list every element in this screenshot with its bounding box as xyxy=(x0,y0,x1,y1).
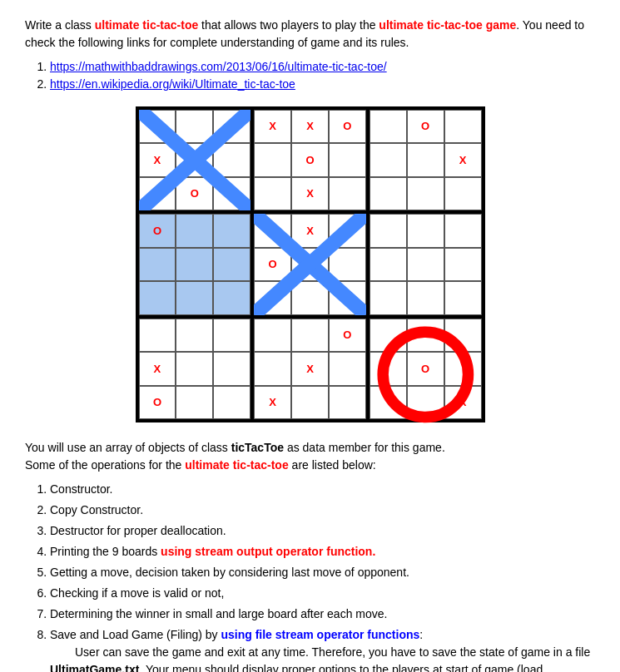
small-cell-0-8: O xyxy=(213,177,250,210)
small-cell-5-1 xyxy=(407,214,444,247)
small-cell-7-0 xyxy=(254,319,291,352)
big-cell-5 xyxy=(368,212,484,316)
small-cell-7-2: O xyxy=(329,319,366,352)
ultimate-board: OXXOO XXOOXOXOXXXOXO XOOXXOX xyxy=(136,106,485,422)
op-1: Constructor. xyxy=(50,481,595,498)
small-cell-4-8: O xyxy=(329,281,366,314)
small-cell-8-5 xyxy=(444,352,482,385)
small-cell-4-2: X xyxy=(329,214,366,247)
big-cell-2: OX xyxy=(368,108,484,212)
op-4-highlight: using stream output operator function. xyxy=(161,545,375,558)
small-cell-7-1 xyxy=(291,319,329,352)
small-cell-6-8 xyxy=(213,386,250,419)
op-5: Getting a move, decision taken by consid… xyxy=(50,564,595,581)
big-cell-3: O xyxy=(137,212,253,316)
small-cell-1-4: O xyxy=(291,143,329,176)
small-cell-0-0: O xyxy=(139,110,176,143)
small-cell-0-5 xyxy=(213,143,250,176)
small-cell-8-8: X xyxy=(444,386,482,419)
big-cell-1: XXOOX xyxy=(252,108,368,212)
small-cell-0-7: O xyxy=(176,177,213,210)
op-4: Printing the 9 boards using stream outpu… xyxy=(50,543,595,561)
small-cell-3-5 xyxy=(213,248,250,281)
small-cell-5-8 xyxy=(444,281,482,314)
small-cell-4-6 xyxy=(254,281,291,314)
small-cell-1-1: X xyxy=(291,110,329,143)
small-cell-6-3: X xyxy=(139,352,176,385)
op-8: Save and Load Game (Filing) by using fil… xyxy=(50,626,595,672)
filename: UltimatGame.txt xyxy=(50,663,139,672)
small-cell-1-5 xyxy=(329,143,366,176)
small-cell-6-6: O xyxy=(139,386,176,419)
small-cell-3-3 xyxy=(139,248,176,281)
small-cell-5-3 xyxy=(370,248,407,281)
links-list: https://mathwithbaddrawings.com/2013/06/… xyxy=(50,58,595,93)
big-cell-7: OXX xyxy=(252,317,368,421)
small-cell-8-2 xyxy=(444,319,482,352)
small-cell-8-3 xyxy=(370,352,407,385)
link-2[interactable]: https://en.wikipedia.org/wiki/Ultimate_t… xyxy=(50,77,295,91)
small-cell-6-2 xyxy=(213,319,250,352)
link-1[interactable]: https://mathwithbaddrawings.com/2013/06/… xyxy=(50,60,387,73)
small-board-6: XO xyxy=(139,319,251,419)
bottom-para-1: You will use an array of objects of clas… xyxy=(25,439,595,474)
small-cell-5-6 xyxy=(370,281,407,314)
small-cell-3-6 xyxy=(139,281,176,314)
small-cell-2-3 xyxy=(370,143,407,176)
small-cell-4-1: X xyxy=(291,214,329,247)
small-cell-1-7: X xyxy=(291,177,329,210)
small-cell-3-4 xyxy=(176,248,213,281)
small-cell-4-5 xyxy=(329,248,366,281)
op-2: Copy Constructor. xyxy=(50,502,595,519)
small-cell-0-3: X xyxy=(139,143,176,176)
small-cell-5-5 xyxy=(444,248,482,281)
small-cell-1-0: X xyxy=(254,110,291,143)
small-cell-2-1: O xyxy=(407,110,444,143)
small-board-7: OXX xyxy=(254,319,366,419)
small-cell-1-2: O xyxy=(329,110,366,143)
big-cell-4: XXXOXO xyxy=(252,212,368,316)
small-cell-6-5 xyxy=(213,352,250,385)
link-item-2: https://en.wikipedia.org/wiki/Ultimate_t… xyxy=(50,76,595,93)
small-cell-8-1 xyxy=(407,319,444,352)
small-cell-8-4: O xyxy=(407,352,444,385)
small-board-1: XXOOX xyxy=(254,110,366,210)
small-cell-3-1 xyxy=(176,214,213,247)
small-cell-0-2: X xyxy=(213,110,250,143)
highlight-ultimate-2: ultimate tic-tac-toe xyxy=(185,458,288,472)
small-cell-2-2 xyxy=(444,110,482,143)
small-board-8: OX xyxy=(370,319,482,419)
small-cell-6-4 xyxy=(176,352,213,385)
op-6: Checking if a move is valid or not, xyxy=(50,585,595,602)
op-3: Destructor for proper deallocation. xyxy=(50,522,595,540)
small-cell-1-8 xyxy=(329,177,366,210)
class-name: ticTacToe xyxy=(231,441,284,454)
small-cell-7-6: X xyxy=(254,386,291,419)
small-cell-0-4 xyxy=(176,143,213,176)
small-cell-2-7 xyxy=(407,177,444,210)
small-cell-0-6 xyxy=(139,177,176,210)
small-cell-7-3 xyxy=(254,352,291,385)
small-cell-1-3 xyxy=(254,143,291,176)
small-cell-5-7 xyxy=(407,281,444,314)
small-cell-7-7 xyxy=(291,386,329,419)
small-cell-3-0: O xyxy=(139,214,176,247)
small-cell-6-0 xyxy=(139,319,176,352)
small-cell-4-4: X xyxy=(291,248,329,281)
small-cell-2-0 xyxy=(370,110,407,143)
op-8-sub: User can save the game and exit at any t… xyxy=(50,645,590,672)
small-board-4: XXXOXO xyxy=(254,214,366,314)
game-board-wrapper: OXXOO XXOOXOXOXXXOXO XOOXXOX xyxy=(25,106,595,422)
small-cell-0-1 xyxy=(176,110,213,143)
small-cell-6-1 xyxy=(176,319,213,352)
small-cell-7-8 xyxy=(329,386,366,419)
small-cell-1-6 xyxy=(254,177,291,210)
small-board-5 xyxy=(370,214,482,314)
small-board-3: O xyxy=(139,214,251,314)
small-cell-3-8 xyxy=(213,281,250,314)
op-8-highlight: using file stream operator functions xyxy=(221,628,419,641)
small-cell-8-6 xyxy=(370,386,407,419)
small-cell-2-5: X xyxy=(444,143,482,176)
small-cell-8-7 xyxy=(407,386,444,419)
small-board-2: OX xyxy=(370,110,482,210)
